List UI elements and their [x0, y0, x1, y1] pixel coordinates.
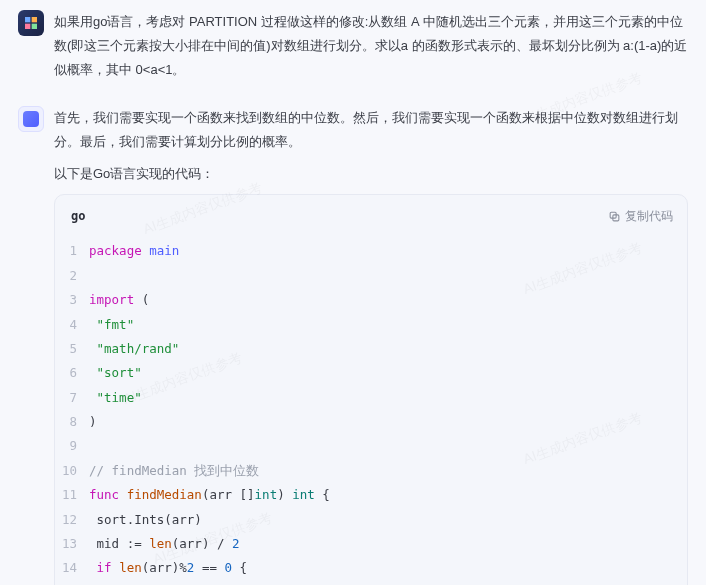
line-content: package main: [89, 239, 687, 263]
line-number: 8: [55, 410, 89, 434]
code-line: 4 "fmt": [55, 313, 687, 337]
code-body[interactable]: 1package main23import (4 "fmt"5 "math/ra…: [55, 235, 687, 585]
code-line: 14 if len(arr)%2 == 0 {: [55, 556, 687, 580]
user-message-text: 如果用go语言，考虑对 PARTITION 过程做这样的修改:从数组 A 中随机…: [54, 10, 688, 82]
line-number: 13: [55, 532, 89, 556]
code-line: 6 "sort": [55, 361, 687, 385]
line-number: 14: [55, 556, 89, 580]
line-number: 5: [55, 337, 89, 361]
line-number: 2: [55, 264, 89, 288]
copy-icon: [608, 210, 621, 223]
line-content: sort.Ints(arr): [89, 508, 687, 532]
code-line: 12 sort.Ints(arr): [55, 508, 687, 532]
line-content: "math/rand": [89, 337, 687, 361]
line-number: 11: [55, 483, 89, 507]
avatar: [18, 106, 44, 132]
code-line: 2: [55, 264, 687, 288]
code-line: 13 mid := len(arr) / 2: [55, 532, 687, 556]
ai-avatar-icon: [23, 111, 39, 127]
user-message-row: 如果用go语言，考虑对 PARTITION 过程做这样的修改:从数组 A 中随机…: [0, 0, 706, 88]
line-content: mid := len(arr) / 2: [89, 532, 687, 556]
line-number: 4: [55, 313, 89, 337]
svg-rect-0: [25, 17, 30, 22]
code-line: 3import (: [55, 288, 687, 312]
line-number: 15: [55, 581, 89, 585]
line-content: import (: [89, 288, 687, 312]
code-line: 1package main: [55, 239, 687, 263]
code-line: 11func findMedian(arr []int) int {: [55, 483, 687, 507]
line-content: "time": [89, 386, 687, 410]
line-number: 1: [55, 239, 89, 263]
code-block: go 复制代码 1package main23import (4 "fmt"5 …: [54, 194, 688, 585]
svg-rect-3: [32, 24, 37, 29]
line-number: 7: [55, 386, 89, 410]
svg-rect-2: [25, 24, 30, 29]
user-avatar-icon: [23, 15, 39, 31]
line-content: func findMedian(arr []int) int {: [89, 483, 687, 507]
line-content: [89, 434, 687, 458]
line-content: "fmt": [89, 313, 687, 337]
line-content: "sort": [89, 361, 687, 385]
code-line: 7 "time": [55, 386, 687, 410]
code-line: 8): [55, 410, 687, 434]
ai-paragraph: 以下是Go语言实现的代码：: [54, 162, 688, 186]
line-number: 9: [55, 434, 89, 458]
code-line: 9: [55, 434, 687, 458]
svg-rect-1: [32, 17, 37, 22]
code-line: 15 return (arr[mid-1] + arr[mid]) / 2 //…: [55, 581, 687, 585]
code-block-header: go 复制代码: [55, 195, 687, 235]
code-language-label: go: [71, 205, 85, 227]
line-number: 10: [55, 459, 89, 483]
line-content: return (arr[mid-1] + arr[mid]) / 2 // 偶数…: [89, 581, 687, 585]
copy-code-label: 复制代码: [625, 205, 673, 227]
avatar: [18, 10, 44, 36]
line-number: 6: [55, 361, 89, 385]
ai-message-body: 首先，我们需要实现一个函数来找到数组的中位数。然后，我们需要实现一个函数来根据中…: [54, 106, 688, 585]
line-content: // findMedian 找到中位数: [89, 459, 687, 483]
line-content: if len(arr)%2 == 0 {: [89, 556, 687, 580]
code-line: 5 "math/rand": [55, 337, 687, 361]
line-number: 12: [55, 508, 89, 532]
copy-code-button[interactable]: 复制代码: [608, 205, 673, 227]
line-number: 3: [55, 288, 89, 312]
line-content: ): [89, 410, 687, 434]
ai-message-row: 首先，我们需要实现一个函数来找到数组的中位数。然后，我们需要实现一个函数来根据中…: [0, 88, 706, 585]
ai-paragraph: 首先，我们需要实现一个函数来找到数组的中位数。然后，我们需要实现一个函数来根据中…: [54, 106, 688, 154]
code-line: 10// findMedian 找到中位数: [55, 459, 687, 483]
line-content: [89, 264, 687, 288]
